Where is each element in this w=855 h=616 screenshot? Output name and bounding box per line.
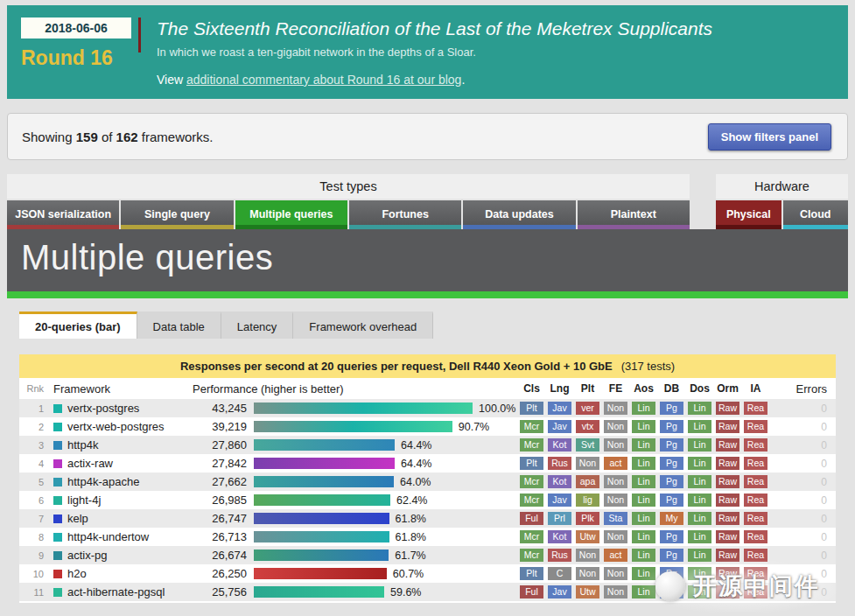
subtab-latency[interactable]: Latency <box>221 312 294 339</box>
attr-cell-ful: Ful <box>520 585 543 598</box>
attr-cell-non: Non <box>604 530 627 543</box>
attribute-cells: PltRusNonactLinPgLinRawRea <box>520 457 772 470</box>
table-row: 3http4k27,86064.4%McrKotSvtNonLinPgLinRa… <box>19 436 836 454</box>
framework-color-swatch <box>53 404 62 413</box>
attr-cell-pg: Pg <box>660 438 683 452</box>
framework-name: actix-raw <box>67 457 113 470</box>
subtab-framework-overhead[interactable]: Framework overhead <box>293 312 433 339</box>
tab-json-serialization[interactable]: JSON serialization <box>7 200 119 229</box>
percent-label: 64.0% <box>400 476 431 488</box>
shown-count: 159 <box>76 130 98 144</box>
performance-value: 26,713 <box>191 530 247 543</box>
attribute-cells: McrKotapaNonLinPgLinRawRea <box>520 475 772 488</box>
blog-link[interactable]: additional commentary about Round 16 at … <box>186 73 461 87</box>
performance-bar <box>254 402 473 414</box>
attr-cell-non: Non <box>604 438 627 452</box>
errors-cell: 0 <box>772 550 836 562</box>
round-date-badge: 2018-06-06 <box>21 18 131 38</box>
attr-cell-lin: Lin <box>688 402 711 415</box>
tab-data-updates[interactable]: Data updates <box>463 200 575 229</box>
errors-value: 0 <box>772 513 827 525</box>
framework-color-swatch <box>53 570 62 578</box>
attr-cell-lin: Lin <box>688 567 711 580</box>
attr-cell-rea: Rea <box>744 457 767 470</box>
attribute-cells: FulJavUtwNonLinPgLinFulRea <box>520 585 772 598</box>
attr-cell-rea: Rea <box>744 402 767 415</box>
attr-cell-non: Non <box>604 420 627 433</box>
column-header-rank: Rnk <box>19 383 44 394</box>
performance-value: 39,219 <box>191 420 247 433</box>
framework-name: kelp <box>67 512 88 525</box>
attr-cell-svt: Svt <box>576 438 599 452</box>
attribute-cells: McrRusNonactLinPgLinRawRea <box>520 549 772 562</box>
performance-value: 26,747 <box>191 512 247 525</box>
attr-cell-lin: Lin <box>632 438 655 452</box>
results-table: Responses per second at 20 queries per r… <box>19 354 836 603</box>
framework-name: http4k <box>67 438 98 452</box>
tab-single-query[interactable]: Single query <box>121 200 233 229</box>
column-header-framework: Framework <box>44 382 191 396</box>
performance-value: 27,860 <box>191 438 247 452</box>
attr-cell-vtx: vtx <box>576 420 599 433</box>
attr-cell-rea: Rea <box>744 494 767 507</box>
tab-physical[interactable]: Physical <box>716 200 781 229</box>
framework-name: light-4j <box>67 494 101 507</box>
show-filters-button[interactable]: Show filters panel <box>708 123 831 150</box>
tab-cloud[interactable]: Cloud <box>783 200 849 229</box>
attr-cell-jav: Jav <box>548 402 571 415</box>
errors-cell: 0 <box>772 402 836 415</box>
framework-cell: light-4j <box>44 494 191 507</box>
round-title: The Sixteenth Reconciliation of the Last… <box>157 18 712 39</box>
framework-cell: http4k-apache <box>44 475 191 488</box>
page: 2018-06-06 Round 16 The Sixteenth Reconc… <box>0 0 855 603</box>
masthead-right: The Sixteenth Reconciliation of the Last… <box>141 18 712 87</box>
attr-cell-lin: Lin <box>688 494 711 507</box>
errors-value: 0 <box>772 458 827 470</box>
attr-cell-raw: Raw <box>716 457 739 470</box>
framework-cell: actix-pg <box>44 549 191 562</box>
bar-zone: 61.8% <box>247 513 520 525</box>
attr-cell-ver: ver <box>576 402 599 415</box>
attr-cell-lin: Lin <box>632 494 655 507</box>
attr-cell-utw: Utw <box>576 585 599 598</box>
tab-multiple-queries[interactable]: Multiple queries <box>235 200 347 229</box>
errors-cell: 0 <box>772 476 836 488</box>
attr-cell-lin: Lin <box>688 549 711 562</box>
attr-cell-utw: Utw <box>576 530 599 543</box>
bar-zone: 64.0% <box>247 476 520 488</box>
attr-cell-lin: Lin <box>688 475 711 488</box>
results-rows: 1vertx-postgres43,245100.0%PltJavverNonL… <box>19 399 836 601</box>
attr-cell-c: C <box>548 567 571 580</box>
filters-bar: Showing 159 of 162 frameworks. Show filt… <box>7 113 848 160</box>
rank-cell: 7 <box>19 514 44 524</box>
errors-value: 0 <box>772 494 827 507</box>
column-header-plt: Plt <box>576 382 599 395</box>
attr-cell-kot: Kot <box>548 530 571 543</box>
performance-bar <box>254 421 452 432</box>
attr-cell-lig: lig <box>576 494 599 507</box>
table-row: 6light-4j26,98562.4%McrJavligNonLinPgLin… <box>19 491 836 509</box>
framework-color-swatch <box>53 459 62 468</box>
masthead-left: 2018-06-06 Round 16 <box>21 18 131 87</box>
errors-value: 0 <box>772 402 827 415</box>
tab-plaintext[interactable]: Plaintext <box>578 200 690 229</box>
tab-fortunes[interactable]: Fortunes <box>349 200 461 229</box>
column-header-aos: Aos <box>632 382 655 395</box>
table-row: 8http4k-undertow26,71361.8%McrKotUtwNonL… <box>19 528 836 546</box>
attr-cell-lin: Lin <box>632 567 655 580</box>
errors-value: 0 <box>772 550 827 562</box>
framework-color-swatch <box>53 478 62 486</box>
attr-cell-lin: Lin <box>688 457 711 470</box>
attr-cell-mcr: Mcr <box>520 438 543 452</box>
framework-name: h2o <box>67 567 87 580</box>
attr-cell-lin: Lin <box>688 585 711 598</box>
attr-cell-raw: Raw <box>716 512 739 525</box>
percent-label: 59.6% <box>390 586 421 598</box>
attr-cell-kot: Kot <box>548 438 571 452</box>
attr-cell-mcr: Mcr <box>520 420 543 433</box>
rank-cell: 9 <box>19 550 44 561</box>
attr-cell-mcr: Mcr <box>520 494 543 507</box>
round-subtitle: In which we roast a ten-gigabit network … <box>157 46 712 59</box>
subtab-20-queries-bar[interactable]: 20-queries (bar) <box>19 312 137 339</box>
subtab-data-table[interactable]: Data table <box>137 312 221 339</box>
